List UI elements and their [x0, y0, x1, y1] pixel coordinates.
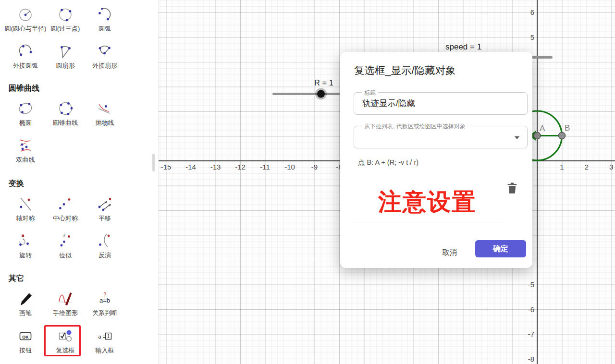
freehand-shape-icon [56, 289, 75, 308]
conic-five-points-icon [56, 99, 75, 118]
ok-button[interactable]: 确定 [475, 240, 526, 257]
input-box-tool-icon: a = 1 [95, 327, 114, 346]
object-select-field[interactable]: 从下拉列表, 代数区或绘图区中选择对象 [354, 126, 528, 148]
svg-text:OK: OK [22, 335, 29, 340]
circular-arc-icon [95, 5, 114, 24]
cancel-button[interactable]: 取消 [435, 245, 464, 261]
section-title-others: 其它 [9, 274, 24, 284]
tool-hyperbola[interactable]: 双曲线 [1, 136, 49, 163]
caption-field[interactable]: 标题 轨迹显示/隐藏 [354, 92, 528, 115]
tool-input-box[interactable]: a = 1 输入框 [81, 327, 129, 354]
circle-center-radius-icon [16, 5, 35, 24]
r-slider-handle[interactable] [317, 90, 325, 98]
ellipse-icon [16, 99, 35, 118]
point-b[interactable] [559, 133, 566, 139]
section-title-transform: 变换 [9, 179, 24, 189]
annotation-text: 注意设置 [374, 189, 480, 215]
translate-icon [95, 194, 114, 214]
panel-scrollbar[interactable] [152, 154, 155, 171]
circumcircular-sector-icon [95, 42, 114, 61]
hyperbola-icon [16, 136, 35, 155]
rotate-icon [16, 231, 35, 251]
dialog-title: 复选框_显示/隐藏对象 [354, 63, 455, 77]
selected-object-row[interactable]: 点 B: A + (R; -v t / r) [358, 158, 418, 167]
reflect-line-icon [16, 194, 35, 214]
relation-icon: ? a=b [95, 289, 114, 308]
svg-text:a =: a = [98, 334, 106, 340]
tool-invert[interactable]: 反演 [81, 231, 129, 259]
tool-panel: 圆(圆心与半径) 圆(过三点) 圆弧 外接圆弧 圆扇形 [0, 0, 159, 364]
circumcircular-arc-icon [16, 42, 35, 61]
point-b-label: B [565, 123, 570, 133]
pen-icon [16, 289, 35, 308]
checkbox-tool-icon [56, 327, 75, 346]
checkbox-settings-dialog: 复选框_显示/隐藏对象 标题 轨迹显示/隐藏 从下拉列表, 代数区或绘图区中选择… [340, 52, 532, 268]
circular-sector-icon [56, 42, 75, 61]
dilate-icon: k [56, 231, 75, 251]
reflect-point-icon [56, 194, 75, 214]
svg-text:a=b: a=b [99, 297, 110, 304]
tool-circumcircular-sector[interactable]: 外接扇形 [81, 42, 129, 69]
section-title-conics: 圆锥曲线 [9, 84, 39, 94]
svg-text:k: k [63, 233, 66, 238]
tool-circular-arc[interactable]: 圆弧 [81, 5, 129, 32]
dialog-divider [354, 222, 503, 222]
chevron-down-icon[interactable] [515, 136, 519, 139]
tool-parabola[interactable]: 抛物线 [81, 99, 129, 126]
tool-translate-by-vector[interactable]: 平移 [81, 194, 129, 222]
caption-field-value[interactable]: 轨迹显示/隐藏 [362, 93, 415, 114]
point-a-label: A [540, 124, 545, 133]
svg-text:1: 1 [107, 334, 110, 339]
object-select-label: 从下拉列表, 代数区或绘图区中选择对象 [362, 122, 468, 131]
trash-icon[interactable] [507, 182, 517, 194]
circle-three-points-icon [56, 5, 75, 24]
tool-relation[interactable]: ? a=b 关系判断 [81, 289, 129, 316]
point-a[interactable] [534, 133, 541, 139]
invert-icon [95, 231, 114, 251]
parabola-icon [95, 99, 114, 118]
button-tool-icon: OK [16, 327, 35, 346]
